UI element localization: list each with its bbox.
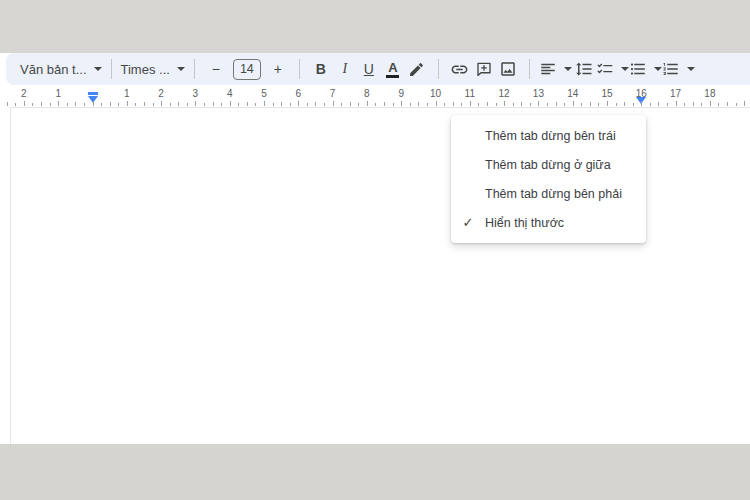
ruler-tick (444, 103, 445, 106)
menu-item[interactable]: ✓Hiển thị thước (451, 208, 646, 237)
ruler-tick (110, 102, 111, 106)
ruler-number: 2 (158, 88, 164, 99)
ruler-tick (470, 101, 471, 106)
checklist-icon (596, 60, 614, 78)
ruler-tick (135, 103, 136, 106)
ruler-tick (281, 102, 282, 106)
ruler-number: 1 (124, 88, 130, 99)
add-comment-button[interactable] (472, 57, 496, 81)
insert-image-button[interactable] (496, 57, 520, 81)
toolbar-divider (438, 59, 439, 79)
ruler-tick (676, 101, 677, 106)
ruler-tick (375, 103, 376, 106)
ruler-tick (264, 101, 265, 106)
ruler-tick (684, 103, 685, 106)
ruler-tick (487, 102, 488, 106)
ruler-tick (513, 103, 514, 106)
bold-button[interactable]: B (309, 57, 333, 81)
ruler-number: 12 (499, 88, 510, 99)
comment-plus-icon (475, 60, 493, 78)
ruler-tick (50, 103, 51, 106)
ruler-number: 10 (430, 88, 441, 99)
font-family-selector[interactable]: Times ... (121, 62, 185, 77)
numbered-list-button[interactable] (662, 57, 695, 81)
ruler-tick (58, 101, 59, 106)
ruler-number: 11 (465, 88, 475, 99)
ruler-tick (538, 101, 539, 106)
paragraph-style-selector[interactable]: Văn bản t... (20, 62, 102, 77)
ruler-tick (624, 102, 625, 106)
link-icon (450, 60, 469, 79)
menu-item-label: Thêm tab dừng ở giữa (485, 158, 646, 172)
chevron-down-icon (654, 67, 662, 71)
bulleted-list-button[interactable] (629, 57, 662, 81)
increase-font-size-button[interactable]: + (266, 57, 290, 81)
ruler-tick (178, 102, 179, 106)
chevron-down-icon (94, 67, 102, 71)
ruler-tick (521, 102, 522, 106)
font-family-label: Times ... (121, 62, 170, 77)
ruler-tick (333, 101, 334, 106)
checklist-button[interactable] (596, 57, 629, 81)
ruler-number: 5 (261, 88, 267, 99)
first-line-indent-icon[interactable] (88, 92, 98, 95)
toolbar-divider (194, 59, 195, 79)
ruler-tick (598, 103, 599, 106)
ruler-tick (153, 103, 154, 106)
ruler-tick (496, 103, 497, 106)
ruler-tick (101, 103, 102, 106)
ruler-tick (93, 101, 94, 106)
ruler-tick (736, 103, 737, 106)
menu-item[interactable]: Thêm tab dừng bên trái (451, 121, 646, 150)
ruler-tick (453, 102, 454, 106)
italic-button[interactable]: I (333, 57, 357, 81)
ruler-tick (358, 103, 359, 106)
ruler-tick (573, 101, 574, 106)
ruler-tick (170, 103, 171, 106)
image-icon (499, 60, 517, 78)
text-color-button[interactable]: A (381, 57, 405, 81)
ruler-number: 7 (330, 88, 336, 99)
ruler-tick (221, 103, 222, 106)
ruler-tick (641, 101, 642, 106)
decrease-font-size-button[interactable]: − (204, 57, 228, 81)
ruler-tick (744, 101, 745, 106)
ruler-tick (273, 103, 274, 106)
ruler-number: 9 (398, 88, 404, 99)
ruler-tick (650, 103, 651, 106)
menu-item-label: Thêm tab dừng bên trái (485, 129, 646, 143)
ruler-number: 16 (636, 88, 647, 99)
background-top (0, 0, 750, 53)
ruler-tick (307, 103, 308, 106)
underline-button[interactable]: U (357, 57, 381, 81)
ruler-tick (84, 103, 85, 106)
ruler[interactable]: 21123456789101112131415161718 (0, 88, 750, 107)
ruler-tick (384, 102, 385, 106)
font-size-input[interactable]: 14 (233, 59, 261, 80)
toolbar-divider (111, 59, 112, 79)
ruler-tick (75, 102, 76, 106)
ruler-tick (161, 101, 162, 106)
ruler-number: 8 (364, 88, 370, 99)
menu-item[interactable]: Thêm tab dừng bên phải (451, 179, 646, 208)
highlight-color-button[interactable] (405, 57, 429, 81)
ruler-tick (607, 101, 608, 106)
align-button[interactable] (539, 57, 572, 81)
ruler-tick (67, 103, 68, 106)
ruler-tick (204, 103, 205, 106)
ruler-tick (581, 103, 582, 106)
menu-item[interactable]: Thêm tab dừng ở giữa (451, 150, 646, 179)
ruler-tick (230, 101, 231, 106)
ruler-tick (41, 102, 42, 106)
ruler-tick (718, 103, 719, 106)
highlighter-pen-icon (408, 61, 425, 78)
insert-link-button[interactable] (448, 57, 472, 81)
ruler-tick (15, 103, 16, 106)
ruler-tick (564, 103, 565, 106)
ruler-number: 4 (227, 88, 233, 99)
line-spacing-button[interactable] (572, 57, 596, 81)
ruler-tick (410, 103, 411, 106)
ruler-tick (436, 101, 437, 106)
toolbar-divider (299, 59, 300, 79)
ruler-tick (118, 103, 119, 106)
